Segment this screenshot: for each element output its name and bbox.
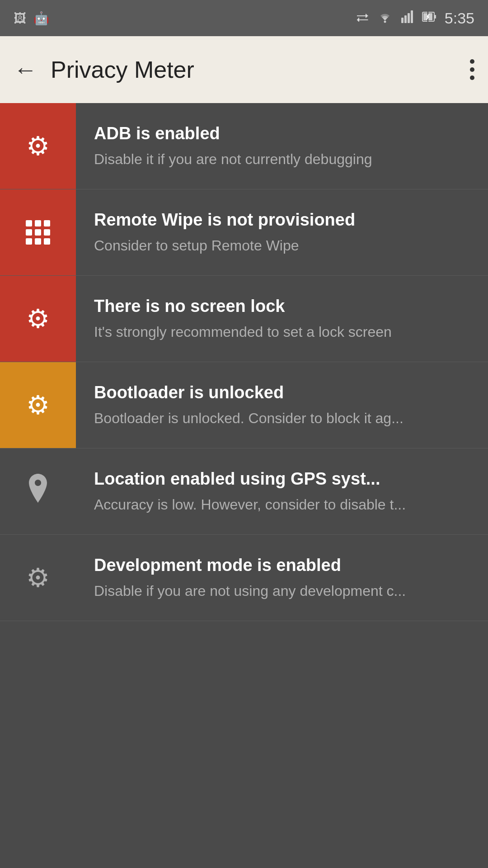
status-time: 5:35 [445, 9, 474, 27]
list-item-subtitle: Bootloader is unlocked. Consider to bloc… [94, 408, 470, 429]
list-item[interactable]: ⚙ There is no screen lock It's strongly … [0, 276, 488, 362]
svg-point-0 [384, 20, 386, 23]
battery-icon [422, 10, 436, 26]
status-bar: 🖼 🤖 ⮂ [0, 0, 488, 36]
privacy-list: ⚙ ADB is enabled Disable it if you are n… [0, 103, 488, 621]
list-item-subtitle: It's strongly recommended to set a lock … [94, 322, 470, 342]
dev-mode-content: Development mode is enabled Disable if y… [76, 535, 488, 621]
list-item-subtitle: Consider to setup Remote Wipe [94, 236, 470, 256]
more-options-button[interactable] [470, 59, 474, 80]
adb-content: ADB is enabled Disable it if you are not… [76, 103, 488, 189]
svg-rect-2 [404, 15, 407, 23]
list-item[interactable]: ⚙ Bootloader is unlocked Bootloader is u… [0, 362, 488, 448]
svg-rect-6 [435, 15, 436, 19]
svg-rect-3 [408, 13, 410, 23]
image-icon: 🖼 [14, 11, 26, 26]
gear-icon: ⚙ [26, 390, 50, 420]
remote-wipe-icon-container [0, 189, 76, 275]
list-item[interactable]: Location enabled using GPS syst... Accur… [0, 448, 488, 535]
gear-icon: ⚙ [26, 562, 50, 593]
status-right-icons: ⮂ [356, 9, 474, 27]
list-item-subtitle: Disable it if you are not currently debu… [94, 149, 470, 170]
app-bar: ← Privacy Meter [0, 36, 488, 103]
list-item-subtitle: Accuracy is low. However, consider to di… [94, 495, 470, 515]
list-item-title: Location enabled using GPS syst... [94, 468, 470, 490]
screen-lock-icon-container: ⚙ [0, 276, 76, 362]
android-icon: 🤖 [33, 11, 49, 26]
dev-mode-icon-container: ⚙ [0, 535, 76, 621]
svg-rect-4 [411, 10, 413, 23]
location-icon-container [0, 448, 76, 534]
remote-wipe-content: Remote Wipe is not provisioned Consider … [76, 189, 488, 275]
location-content: Location enabled using GPS syst... Accur… [76, 448, 488, 534]
gear-icon: ⚙ [26, 131, 50, 161]
list-item-title: There is no screen lock [94, 295, 470, 317]
list-item-title: Remote Wipe is not provisioned [94, 209, 470, 231]
list-item-subtitle: Disable if you are not using any develop… [94, 581, 470, 601]
list-item-title: Bootloader is unlocked [94, 382, 470, 404]
location-pin-icon [26, 473, 50, 510]
bootloader-content: Bootloader is unlocked Bootloader is unl… [76, 362, 488, 448]
status-left-icons: 🖼 🤖 [14, 11, 49, 26]
list-item-title: ADB is enabled [94, 123, 470, 145]
list-item[interactable]: ⚙ ADB is enabled Disable it if you are n… [0, 103, 488, 189]
wifi-icon [377, 10, 393, 26]
signal-icon [401, 10, 414, 26]
svg-rect-1 [401, 18, 404, 23]
screen-lock-content: There is no screen lock It's strongly re… [76, 276, 488, 362]
bootloader-icon-container: ⚙ [0, 362, 76, 448]
grid-icon [26, 220, 50, 245]
adb-icon-container: ⚙ [0, 103, 76, 189]
page-title: Privacy Meter [51, 56, 456, 83]
bluetooth-icon: ⮂ [356, 11, 369, 26]
list-item[interactable]: ⚙ Development mode is enabled Disable if… [0, 535, 488, 621]
back-button[interactable]: ← [14, 58, 37, 81]
list-item[interactable]: Remote Wipe is not provisioned Consider … [0, 189, 488, 276]
gear-icon: ⚙ [26, 303, 50, 334]
list-item-title: Development mode is enabled [94, 554, 470, 576]
